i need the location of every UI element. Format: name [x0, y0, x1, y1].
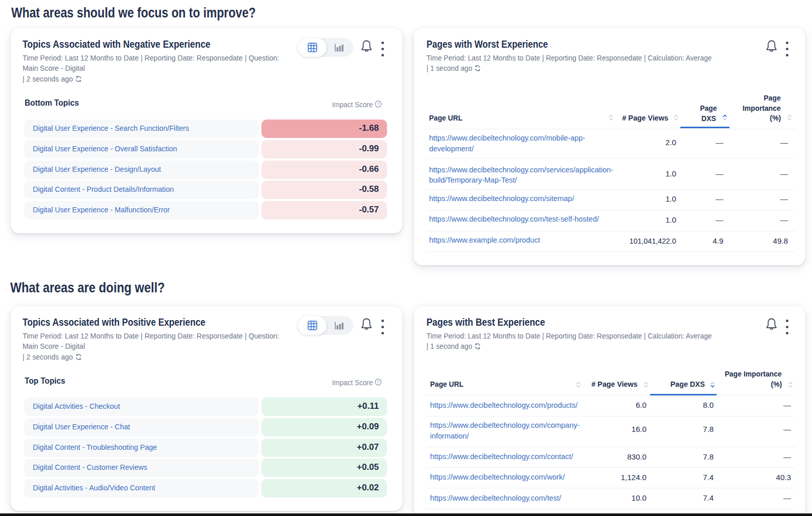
- svg-text:?: ?: [377, 380, 379, 385]
- svg-text:?: ?: [377, 102, 379, 107]
